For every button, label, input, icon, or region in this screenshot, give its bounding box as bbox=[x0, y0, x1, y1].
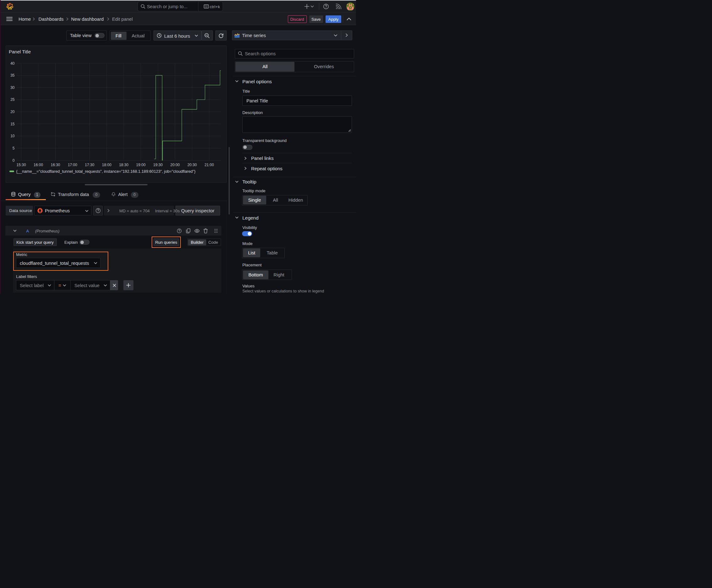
svg-text:17:30: 17:30 bbox=[85, 162, 94, 167]
svg-text:15: 15 bbox=[10, 122, 15, 126]
svg-text:10: 10 bbox=[10, 134, 15, 138]
svg-text:20:30: 20:30 bbox=[188, 162, 197, 167]
svg-text:5: 5 bbox=[13, 146, 15, 150]
svg-text:20:00: 20:00 bbox=[170, 162, 179, 167]
svg-text:25: 25 bbox=[10, 97, 15, 102]
svg-text:21:00: 21:00 bbox=[204, 162, 214, 167]
svg-text:40: 40 bbox=[10, 61, 15, 65]
svg-text:16:00: 16:00 bbox=[34, 162, 43, 167]
svg-text:18:00: 18:00 bbox=[102, 162, 111, 167]
svg-text:19:00: 19:00 bbox=[136, 162, 146, 167]
svg-text:17:00: 17:00 bbox=[68, 162, 77, 167]
svg-text:0: 0 bbox=[13, 158, 15, 162]
svg-text:35: 35 bbox=[10, 73, 15, 78]
svg-text:30: 30 bbox=[10, 85, 15, 89]
svg-text:16:30: 16:30 bbox=[50, 162, 60, 167]
svg-text:19:30: 19:30 bbox=[153, 162, 163, 167]
svg-text:15:30: 15:30 bbox=[17, 162, 26, 167]
svg-text:20: 20 bbox=[10, 110, 15, 114]
svg-text:18:30: 18:30 bbox=[119, 162, 128, 167]
